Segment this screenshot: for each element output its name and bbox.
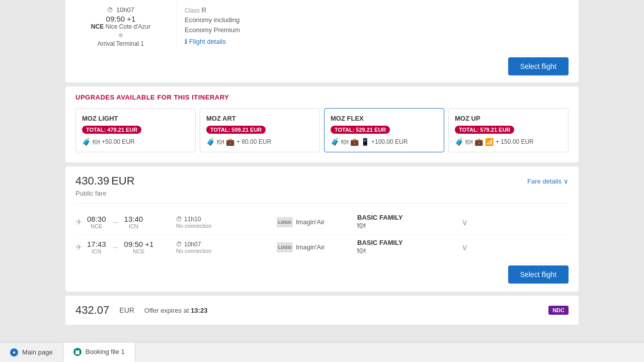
upgrade-total-0: TOTAL: 479.21 EUR xyxy=(82,126,141,134)
fare-type-icon-1: 🍽 xyxy=(357,246,403,255)
upgrades-grid: MOZ LIGHT TOTAL: 479.21 EUR 🧳🍽 +50.00 EU… xyxy=(75,108,569,152)
feature-icon: 📱 xyxy=(361,138,369,146)
seg-airline-1: LOGO Imagin'Air xyxy=(277,242,357,252)
feature-icon: 🧳 xyxy=(82,138,91,146)
bottom-bar: ● Main page ◼ Booking file 1 xyxy=(0,342,644,362)
fare-currency: EUR xyxy=(111,174,134,187)
main-page-tab-label: Main page xyxy=(22,348,53,356)
feature-icon: 📶 xyxy=(485,138,494,146)
seg-plane-icon-0: ✈ xyxy=(75,217,82,227)
top-flight-arrival: 09:50 +1 xyxy=(106,15,136,23)
seg-dep-0: 08:30 NCE xyxy=(87,215,106,229)
top-flight-duration: 10h07 xyxy=(116,6,134,14)
upgrade-features-1: 🧳🍽💼 + 80.00 EUR xyxy=(206,138,313,146)
feature-icon: 🍽 xyxy=(217,138,224,146)
fare-card: 430.39 EUR Fare details ∨ Public fare ✈ … xyxy=(65,166,579,292)
top-flight-terminal: Arrival Terminal 1 xyxy=(98,40,144,47)
upgrade-extra-2: +100.00 EUR xyxy=(371,138,408,145)
select-flight-button-main[interactable]: Select flight xyxy=(508,265,569,284)
upgrades-title: UPGRADES AVAILABLE FOR THIS ITINERARY xyxy=(75,94,569,101)
seg-arrow-1: → xyxy=(111,243,119,252)
upgrade-features-2: 🧳🍽💼📱 +100.00 EUR xyxy=(331,138,438,146)
upgrade-extra-0: +50.00 EUR xyxy=(102,138,135,145)
fare-public-label: Public fare xyxy=(75,190,569,197)
main-page-tab-icon: ● xyxy=(10,348,18,356)
feature-icon: 💼 xyxy=(350,138,359,146)
seg-dep-1: 17:43 ICN xyxy=(87,240,106,254)
partial-currency: EUR xyxy=(119,306,134,314)
seg-times-0: ✈ 08:30 NCE → 13:40 ICN xyxy=(75,215,176,229)
route-dot xyxy=(119,33,123,37)
seg-airline-0: LOGO Imagin'Air xyxy=(277,217,357,227)
upgrade-features-0: 🧳🍽 +50.00 EUR xyxy=(82,138,189,146)
upgrade-features-3: 🧳🍽💼📶 + 150.00 EUR xyxy=(455,138,562,146)
feature-icon: 🍽 xyxy=(465,138,472,146)
feature-icon: 🧳 xyxy=(455,138,463,146)
main-page-tab[interactable]: ● Main page xyxy=(0,342,63,362)
seg-fare-type-1: BASIC FAMILY 🍽 ∨ xyxy=(357,239,468,255)
upgrade-card-0[interactable]: MOZ LIGHT TOTAL: 479.21 EUR 🧳🍽 +50.00 EU… xyxy=(75,108,196,152)
clock-icon: ⏱ xyxy=(107,7,113,14)
fare-details-link[interactable]: Fare details ∨ xyxy=(527,177,569,185)
upgrade-extra-1: + 80.00 EUR xyxy=(236,138,271,145)
airline-logo-1: LOGO xyxy=(277,242,293,252)
top-flight-airport-code: NCE xyxy=(91,23,104,30)
upgrade-name-0: MOZ LIGHT xyxy=(82,115,189,122)
airline-logo-0: LOGO xyxy=(277,217,293,227)
economy-including: Economy including xyxy=(185,15,240,25)
chevron-down-icon: ∨ xyxy=(564,177,569,185)
booking-file-tab-label: Booking file 1 xyxy=(86,348,125,355)
fare-type-icon-0: 🍽 xyxy=(357,221,403,230)
seg-times-1: ✈ 17:43 ICN → 09:50 +1 NCE xyxy=(75,240,176,254)
upgrade-total-3: TOTAL: 579.21 EUR xyxy=(455,126,514,134)
top-flight-airport-name: Nice Cote d'Azur xyxy=(106,23,151,30)
upgrade-card-3[interactable]: MOZ UP TOTAL: 579.21 EUR 🧳🍽💼📶 + 150.00 E… xyxy=(448,108,569,152)
fare-segment-row-0: ✈ 08:30 NCE → 13:40 ICN ⏱11h10 No connec… xyxy=(75,210,569,235)
upgrade-total-2: TOTAL: 529.21 EUR xyxy=(331,126,390,134)
offer-expires: Offer expires at 13:23 xyxy=(144,307,208,314)
upgrade-card-2[interactable]: MOZ FLEX TOTAL: 529.21 EUR 🧳🍽💼📱 +100.00 … xyxy=(324,108,444,152)
upgrade-name-3: MOZ UP xyxy=(455,115,562,122)
upgrade-total-1: TOTAL: 509.21 EUR xyxy=(206,126,266,134)
flight-details-link[interactable]: ℹ Flight details xyxy=(185,38,240,45)
fare-segments: ✈ 08:30 NCE → 13:40 ICN ⏱11h10 No connec… xyxy=(75,203,569,259)
seg-arr-0: 13:40 ICN xyxy=(124,215,143,229)
feature-icon: 🍽 xyxy=(341,138,348,146)
seg-arrow-0: → xyxy=(111,218,119,227)
feature-icon: 🧳 xyxy=(331,138,339,146)
feature-icon: 🍽 xyxy=(93,138,100,146)
class-value: R xyxy=(201,6,206,14)
economy-premium: Economy Premium xyxy=(185,25,240,35)
upgrades-section: UPGRADES AVAILABLE FOR THIS ITINERARY MO… xyxy=(65,86,579,162)
booking-file-tab-icon: ◼ xyxy=(73,348,82,356)
fare-segment-row-1: ✈ 17:43 ICN → 09:50 +1 NCE ⏱10h07 No con… xyxy=(75,235,569,259)
booking-file-tab[interactable]: ◼ Booking file 1 xyxy=(63,342,135,362)
seg-expand-1[interactable]: ∨ xyxy=(461,242,468,253)
upgrade-extra-3: + 150.00 EUR xyxy=(496,138,534,145)
partial-fare-card: 432.07 EUR Offer expires at 13:23 NDC xyxy=(65,296,579,325)
class-label: Class xyxy=(185,7,200,14)
seg-duration-1: ⏱10h07 No connection xyxy=(176,241,277,254)
feature-icon: 💼 xyxy=(226,138,234,146)
seg-duration-0: ⏱11h10 No connection xyxy=(176,216,277,229)
feature-icon: 💼 xyxy=(474,138,483,146)
upgrade-name-1: MOZ ART xyxy=(206,115,313,122)
fare-price: 430.39 xyxy=(75,174,109,187)
partial-price: 432.07 xyxy=(75,304,109,317)
upgrade-name-2: MOZ FLEX xyxy=(331,115,438,122)
seg-expand-0[interactable]: ∨ xyxy=(461,217,468,228)
upgrade-card-1[interactable]: MOZ ART TOTAL: 509.21 EUR 🧳🍽💼 + 80.00 EU… xyxy=(200,108,320,152)
seg-plane-icon-1: ✈ xyxy=(75,242,82,252)
seg-arr-1: 09:50 +1 NCE xyxy=(124,240,154,254)
select-flight-button-top[interactable]: Select flight xyxy=(508,57,569,75)
seg-fare-type-0: BASIC FAMILY 🍽 ∨ xyxy=(357,214,468,230)
feature-icon: 🧳 xyxy=(206,138,215,146)
ndc-badge: NDC xyxy=(548,306,569,315)
